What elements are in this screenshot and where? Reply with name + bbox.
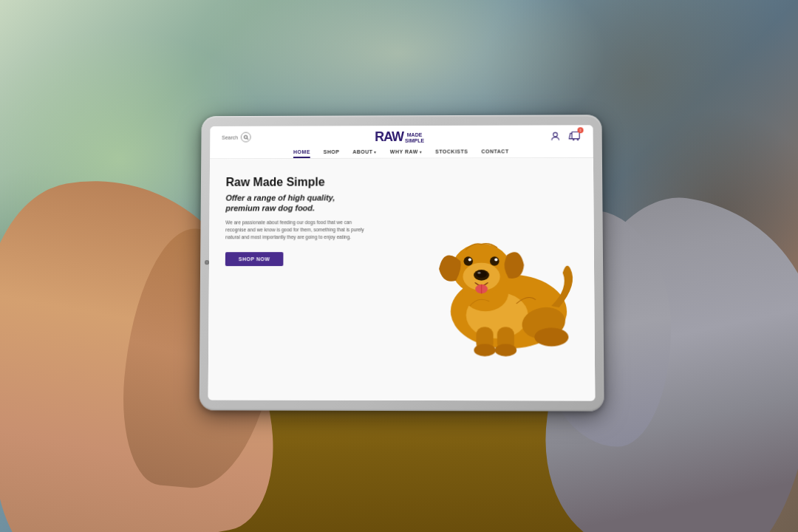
- website: Search RAW MADE: [208, 125, 596, 400]
- hero-title: Raw Made Simple: [226, 175, 409, 190]
- hero-content: Raw Made Simple Offer a range of high qu…: [208, 159, 420, 400]
- nav-shop[interactable]: SHOP: [324, 149, 340, 157]
- nav-about[interactable]: ABOUT ▾: [352, 149, 377, 157]
- cart-badge: 0: [578, 127, 584, 133]
- shop-now-button[interactable]: SHOP NOW: [225, 253, 283, 267]
- svg-point-13: [495, 344, 516, 357]
- svg-point-12: [474, 344, 496, 357]
- logo-made-simple-text: MADE SIMPLE: [405, 132, 424, 143]
- svg-point-22: [468, 259, 471, 262]
- search-area[interactable]: Search: [222, 132, 251, 143]
- nav-home[interactable]: HOME: [293, 150, 310, 157]
- site-nav: HOME SHOP ABOUT ▾ WHY RAW ▾: [222, 146, 582, 159]
- svg-point-23: [494, 258, 497, 261]
- why-raw-chevron-icon: ▾: [420, 150, 422, 154]
- svg-point-2: [553, 133, 558, 137]
- svg-point-4: [573, 139, 574, 140]
- site-logo[interactable]: RAW MADE SIMPLE: [375, 130, 424, 143]
- header-top: Search RAW MADE: [222, 129, 582, 144]
- svg-point-9: [534, 328, 568, 347]
- tablet-body: Search RAW MADE: [200, 115, 604, 411]
- cart-icon[interactable]: 0: [568, 129, 582, 143]
- svg-point-21: [490, 256, 499, 266]
- svg-point-0: [244, 135, 247, 138]
- nav-stockists[interactable]: STOCKISTS: [435, 149, 468, 157]
- hero-dog-image: [400, 158, 595, 400]
- nav-why-raw[interactable]: WHY RAW ▾: [390, 149, 422, 157]
- about-chevron-icon: ▾: [374, 150, 376, 154]
- logo-raw-text: RAW: [375, 130, 403, 143]
- tablet-device: Search RAW MADE: [200, 115, 604, 411]
- svg-point-19: [477, 272, 480, 274]
- tablet-screen: Search RAW MADE: [208, 125, 596, 400]
- header-icons: 0: [549, 129, 582, 143]
- svg-point-18: [476, 271, 487, 278]
- hero-section: Raw Made Simple Offer a range of high qu…: [208, 158, 596, 400]
- site-header: Search RAW MADE: [210, 125, 593, 160]
- hero-description: We are passionate about feeding our dogs…: [225, 219, 372, 240]
- svg-point-20: [464, 256, 474, 266]
- nav-contact[interactable]: CONTACT: [481, 149, 508, 157]
- hero-subtitle: Offer a range of high quality,premium ra…: [225, 192, 408, 214]
- svg-point-5: [577, 139, 579, 140]
- svg-line-1: [247, 138, 248, 140]
- account-icon[interactable]: [549, 130, 562, 143]
- search-label: Search: [222, 134, 238, 140]
- svg-rect-3: [572, 132, 579, 139]
- search-icon[interactable]: [241, 132, 251, 143]
